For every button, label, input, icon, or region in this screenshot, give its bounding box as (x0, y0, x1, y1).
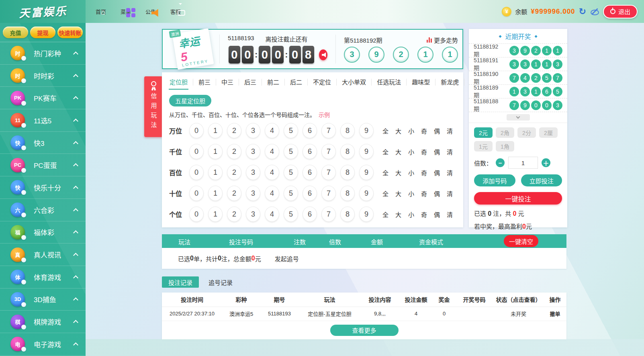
quick-even[interactable]: 偶 (434, 210, 440, 219)
sidebar-item-0[interactable]: 时热门彩种 (0, 42, 86, 65)
quick-odd[interactable]: 奇 (421, 189, 427, 198)
number-ball[interactable]: 5 (284, 165, 298, 180)
quick-big[interactable]: 大 (395, 168, 401, 177)
number-ball[interactable]: 2 (227, 123, 241, 138)
sidebar-item-12[interactable]: 棋棋牌游戏 (0, 311, 86, 333)
play-tab-9[interactable]: 趣味型 (406, 79, 435, 86)
number-ball[interactable]: 8 (340, 165, 355, 180)
nav-item-service[interactable]: 客服 (166, 8, 185, 15)
number-ball[interactable]: 9 (359, 207, 374, 222)
eye-hidden-icon[interactable] (590, 7, 599, 16)
cancel-order-link[interactable]: 撤单 (544, 307, 566, 321)
number-ball[interactable]: 0 (189, 144, 204, 159)
number-ball[interactable]: 5 (284, 186, 298, 201)
sidebar-item-7[interactable]: 六六合彩 (0, 199, 86, 221)
nav-item-home[interactable]: 首页 (91, 8, 110, 15)
expand-button[interactable] (507, 114, 530, 121)
sidebar-item-6[interactable]: 快快乐十分 (0, 176, 86, 199)
number-ball[interactable]: 0 (189, 186, 204, 201)
amount-option-4[interactable]: 1元 (474, 141, 493, 151)
quick-odd[interactable]: 奇 (421, 210, 427, 219)
more-trend-link[interactable]: 更多走势 (427, 36, 458, 44)
quick-small[interactable]: 小 (408, 210, 414, 219)
quick-clear[interactable]: 清 (447, 189, 453, 198)
number-ball[interactable]: 6 (303, 123, 317, 138)
sidebar-item-5[interactable]: PCPC蛋蛋 (0, 154, 86, 176)
number-ball[interactable]: 2 (227, 186, 241, 201)
sidebar-item-13[interactable]: 电电子游戏 (0, 333, 86, 356)
sidebar-item-1[interactable]: 时时时彩 (0, 65, 86, 87)
number-ball[interactable]: 7 (321, 165, 336, 180)
refresh-icon[interactable]: ↻ (579, 7, 586, 16)
record-tab-0[interactable]: 投注记录 (162, 276, 199, 288)
sidebar-item-2[interactable]: PKPK赛车 (0, 87, 86, 109)
quick-clear[interactable]: 清 (447, 168, 453, 177)
number-ball[interactable]: 1 (208, 123, 223, 138)
number-ball[interactable]: 5 (284, 144, 298, 159)
quick-all[interactable]: 全 (382, 189, 388, 198)
number-ball[interactable]: 4 (265, 144, 279, 159)
number-ball[interactable]: 4 (265, 186, 279, 201)
number-ball[interactable]: 6 (303, 207, 317, 222)
quick-odd[interactable]: 奇 (421, 147, 427, 156)
amount-option-0[interactable]: 2元 (474, 127, 493, 138)
number-ball[interactable]: 6 (303, 186, 317, 201)
number-ball[interactable]: 6 (303, 144, 317, 159)
chase-link[interactable]: 发起追号 (275, 254, 299, 263)
quick-big[interactable]: 大 (395, 210, 401, 219)
play-tab-0[interactable]: 定位胆 (164, 79, 193, 86)
quick-clear[interactable]: 清 (447, 147, 453, 156)
clear-all-button[interactable]: 一键清空 (504, 235, 538, 247)
quick-small[interactable]: 小 (408, 168, 414, 177)
play-tab-7[interactable]: 大小单双 (336, 79, 371, 86)
quick-clear[interactable]: 清 (447, 127, 453, 135)
quick-big[interactable]: 大 (395, 127, 401, 135)
quick-button-withdraw[interactable]: 提现 (30, 27, 55, 38)
number-ball[interactable]: 5 (284, 207, 298, 222)
quick-clear[interactable]: 清 (447, 210, 453, 219)
quick-odd[interactable]: 奇 (421, 168, 427, 177)
sidebar-item-10[interactable]: 体体育游戏 (0, 266, 86, 288)
number-ball[interactable]: 4 (265, 207, 279, 222)
quick-big[interactable]: 大 (395, 189, 401, 198)
view-more-button[interactable]: 查看更多 (330, 325, 399, 336)
play-tab-2[interactable]: 中三 (216, 79, 239, 86)
play-tab-8[interactable]: 任选玩法 (371, 79, 406, 86)
number-ball[interactable]: 0 (189, 207, 204, 222)
number-ball[interactable]: 0 (189, 123, 204, 138)
quick-all[interactable]: 全 (382, 127, 388, 135)
number-ball[interactable]: 4 (265, 165, 279, 180)
number-ball[interactable]: 8 (340, 186, 355, 201)
quick-even[interactable]: 偶 (434, 127, 440, 135)
number-ball[interactable]: 8 (340, 144, 355, 159)
nav-item-menu[interactable]: 菜单 (116, 8, 135, 15)
mode-pill[interactable]: 五星定位胆 (169, 95, 211, 106)
example-link[interactable]: 示例 (319, 112, 330, 118)
amount-option-5[interactable]: 1角 (496, 141, 514, 151)
minus-button[interactable]: − (496, 158, 505, 167)
number-ball[interactable]: 1 (208, 144, 223, 159)
number-ball[interactable]: 7 (321, 123, 336, 138)
play-tab-5[interactable]: 后二 (284, 79, 307, 86)
number-ball[interactable]: 3 (246, 144, 260, 159)
sidebar-item-4[interactable]: 快快3 (0, 132, 86, 154)
quick-all[interactable]: 全 (382, 168, 388, 177)
quick-small[interactable]: 小 (408, 127, 414, 135)
record-tab-1[interactable]: 追号记录 (202, 276, 239, 288)
number-ball[interactable]: 4 (265, 123, 279, 138)
number-ball[interactable]: 9 (359, 123, 374, 138)
multiplier-input[interactable] (508, 157, 538, 169)
quick-button-recharge[interactable]: 充值 (3, 27, 28, 38)
number-ball[interactable]: 6 (303, 165, 317, 180)
sidebar-item-11[interactable]: 3D3D捕鱼 (0, 288, 86, 311)
number-ball[interactable]: 7 (321, 186, 336, 201)
quick-even[interactable]: 偶 (434, 168, 440, 177)
add-number-button[interactable]: 添加号码 (474, 174, 515, 186)
number-ball[interactable]: 8 (340, 207, 355, 222)
sidebar-item-3[interactable]: 1111选5 (0, 109, 86, 132)
play-tab-3[interactable]: 后三 (239, 79, 262, 86)
sound-icon[interactable] (319, 49, 327, 60)
logout-button[interactable]: 退出 (603, 5, 638, 18)
nav-item-announce[interactable]: 公告 (141, 8, 160, 15)
bet-now-button[interactable]: 立即投注 (521, 174, 562, 186)
